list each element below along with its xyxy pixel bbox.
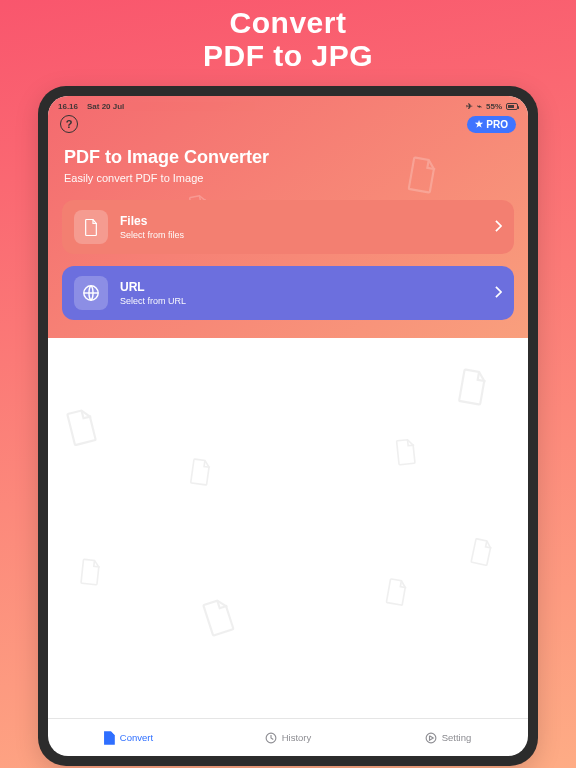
file-ghost-icon (381, 576, 410, 612)
pro-badge-button[interactable]: ★ PRO (467, 116, 516, 133)
tab-convert[interactable]: Convert (48, 719, 208, 756)
battery-percent: 55% (486, 102, 502, 111)
files-card-subtitle: Select from files (120, 230, 483, 240)
files-card[interactable]: Files Select from files (62, 200, 514, 254)
file-ghost-icon (76, 557, 103, 591)
file-filled-icon (103, 731, 115, 745)
input-source-cards: Files Select from files URL (48, 200, 528, 320)
page-subtitle: Easily convert PDF to Image (48, 168, 528, 204)
promo-line2: PDF to JPG (0, 39, 576, 72)
file-ghost-icon (61, 405, 102, 453)
page-title: PDF to Image Converter (48, 135, 528, 168)
files-card-text: Files Select from files (120, 214, 483, 240)
promo-headline: Convert PDF to JPG (0, 6, 576, 72)
tab-history-label: History (282, 732, 312, 743)
file-icon (74, 210, 108, 244)
chevron-right-icon (495, 284, 502, 302)
url-card[interactable]: URL Select from URL (62, 266, 514, 320)
wifi-icon: ⌁ (477, 102, 482, 111)
top-row: ? ★ PRO (48, 111, 528, 135)
url-card-text: URL Select from URL (120, 280, 483, 306)
status-bar: 16.16 Sat 20 Jul ✈ ⌁ 55% (48, 100, 528, 111)
files-card-title: Files (120, 214, 483, 228)
file-ghost-icon (453, 366, 492, 413)
airplane-icon: ✈ (466, 102, 473, 111)
clock-icon (265, 731, 277, 745)
tab-setting[interactable]: Setting (368, 719, 528, 756)
status-right: ✈ ⌁ 55% (466, 102, 518, 111)
battery-icon (506, 103, 518, 110)
star-icon: ★ (475, 119, 483, 129)
tab-convert-label: Convert (120, 732, 153, 743)
file-ghost-icon (392, 437, 419, 471)
play-circle-icon (425, 731, 437, 745)
tab-setting-label: Setting (442, 732, 472, 743)
tablet-bezel: 16.16 Sat 20 Jul ✈ ⌁ 55% ? (38, 86, 538, 766)
app-store-promo-frame: Convert PDF to JPG 16.16 Sat 20 Jul ✈ ⌁ … (0, 0, 576, 768)
hero-section: 16.16 Sat 20 Jul ✈ ⌁ 55% ? (48, 96, 528, 338)
file-ghost-icon (466, 536, 496, 572)
pro-label: PRO (486, 119, 508, 130)
tab-bar: Convert History Setting (48, 718, 528, 756)
file-ghost-icon (186, 456, 214, 491)
status-date: Sat 20 Jul (87, 102, 124, 111)
url-card-subtitle: Select from URL (120, 296, 483, 306)
question-icon: ? (66, 118, 73, 130)
status-time: 16.16 (58, 102, 78, 111)
url-card-title: URL (120, 280, 483, 294)
promo-line1: Convert (0, 6, 576, 39)
globe-icon (74, 276, 108, 310)
help-button[interactable]: ? (60, 115, 78, 133)
svg-point-2 (426, 733, 436, 743)
status-left: 16.16 Sat 20 Jul (58, 102, 124, 111)
file-ghost-icon (197, 594, 240, 644)
chevron-right-icon (495, 218, 502, 236)
file-ghost-icon (403, 154, 441, 197)
app-screen: 16.16 Sat 20 Jul ✈ ⌁ 55% ? (48, 96, 528, 756)
body-area (48, 338, 528, 718)
tab-history[interactable]: History (208, 719, 368, 756)
